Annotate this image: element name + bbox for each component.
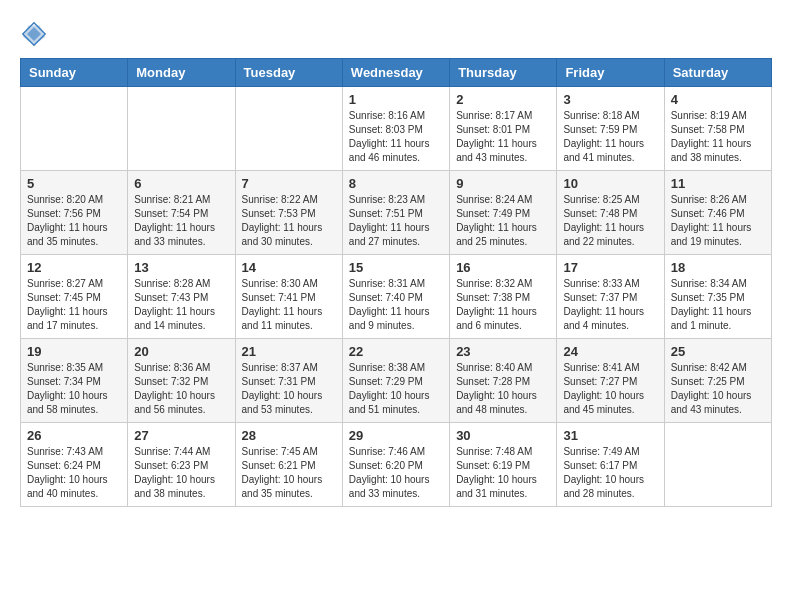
day-of-week-header: Thursday xyxy=(450,59,557,87)
day-number: 9 xyxy=(456,176,550,191)
calendar-body: 1Sunrise: 8:16 AM Sunset: 8:03 PM Daylig… xyxy=(21,87,772,507)
day-number: 3 xyxy=(563,92,657,107)
day-number: 21 xyxy=(242,344,336,359)
day-number: 10 xyxy=(563,176,657,191)
day-number: 2 xyxy=(456,92,550,107)
day-number: 5 xyxy=(27,176,121,191)
day-info: Sunrise: 8:23 AM Sunset: 7:51 PM Dayligh… xyxy=(349,193,443,249)
calendar-table: SundayMondayTuesdayWednesdayThursdayFrid… xyxy=(20,58,772,507)
day-info: Sunrise: 7:49 AM Sunset: 6:17 PM Dayligh… xyxy=(563,445,657,501)
calendar-cell: 5Sunrise: 8:20 AM Sunset: 7:56 PM Daylig… xyxy=(21,171,128,255)
day-number: 11 xyxy=(671,176,765,191)
day-of-week-header: Tuesday xyxy=(235,59,342,87)
calendar-week-row: 5Sunrise: 8:20 AM Sunset: 7:56 PM Daylig… xyxy=(21,171,772,255)
day-info: Sunrise: 8:28 AM Sunset: 7:43 PM Dayligh… xyxy=(134,277,228,333)
day-info: Sunrise: 8:31 AM Sunset: 7:40 PM Dayligh… xyxy=(349,277,443,333)
day-info: Sunrise: 8:38 AM Sunset: 7:29 PM Dayligh… xyxy=(349,361,443,417)
day-info: Sunrise: 8:35 AM Sunset: 7:34 PM Dayligh… xyxy=(27,361,121,417)
day-info: Sunrise: 8:36 AM Sunset: 7:32 PM Dayligh… xyxy=(134,361,228,417)
calendar-cell: 12Sunrise: 8:27 AM Sunset: 7:45 PM Dayli… xyxy=(21,255,128,339)
day-info: Sunrise: 8:18 AM Sunset: 7:59 PM Dayligh… xyxy=(563,109,657,165)
calendar-cell: 18Sunrise: 8:34 AM Sunset: 7:35 PM Dayli… xyxy=(664,255,771,339)
day-number: 24 xyxy=(563,344,657,359)
page-header xyxy=(20,20,772,48)
day-number: 31 xyxy=(563,428,657,443)
calendar-cell: 1Sunrise: 8:16 AM Sunset: 8:03 PM Daylig… xyxy=(342,87,449,171)
calendar-cell: 21Sunrise: 8:37 AM Sunset: 7:31 PM Dayli… xyxy=(235,339,342,423)
day-info: Sunrise: 8:33 AM Sunset: 7:37 PM Dayligh… xyxy=(563,277,657,333)
day-info: Sunrise: 7:44 AM Sunset: 6:23 PM Dayligh… xyxy=(134,445,228,501)
day-info: Sunrise: 7:48 AM Sunset: 6:19 PM Dayligh… xyxy=(456,445,550,501)
calendar-cell xyxy=(128,87,235,171)
calendar-cell xyxy=(235,87,342,171)
day-info: Sunrise: 8:25 AM Sunset: 7:48 PM Dayligh… xyxy=(563,193,657,249)
day-number: 26 xyxy=(27,428,121,443)
calendar-cell xyxy=(664,423,771,507)
calendar-cell: 30Sunrise: 7:48 AM Sunset: 6:19 PM Dayli… xyxy=(450,423,557,507)
day-info: Sunrise: 8:42 AM Sunset: 7:25 PM Dayligh… xyxy=(671,361,765,417)
day-number: 7 xyxy=(242,176,336,191)
day-of-week-header: Friday xyxy=(557,59,664,87)
calendar-week-row: 12Sunrise: 8:27 AM Sunset: 7:45 PM Dayli… xyxy=(21,255,772,339)
calendar-cell: 26Sunrise: 7:43 AM Sunset: 6:24 PM Dayli… xyxy=(21,423,128,507)
day-info: Sunrise: 7:46 AM Sunset: 6:20 PM Dayligh… xyxy=(349,445,443,501)
calendar-cell: 3Sunrise: 8:18 AM Sunset: 7:59 PM Daylig… xyxy=(557,87,664,171)
day-info: Sunrise: 8:27 AM Sunset: 7:45 PM Dayligh… xyxy=(27,277,121,333)
day-info: Sunrise: 7:43 AM Sunset: 6:24 PM Dayligh… xyxy=(27,445,121,501)
day-info: Sunrise: 8:32 AM Sunset: 7:38 PM Dayligh… xyxy=(456,277,550,333)
calendar-cell: 11Sunrise: 8:26 AM Sunset: 7:46 PM Dayli… xyxy=(664,171,771,255)
day-number: 22 xyxy=(349,344,443,359)
calendar-cell: 14Sunrise: 8:30 AM Sunset: 7:41 PM Dayli… xyxy=(235,255,342,339)
calendar-week-row: 19Sunrise: 8:35 AM Sunset: 7:34 PM Dayli… xyxy=(21,339,772,423)
day-number: 1 xyxy=(349,92,443,107)
day-of-week-header: Monday xyxy=(128,59,235,87)
calendar-cell: 23Sunrise: 8:40 AM Sunset: 7:28 PM Dayli… xyxy=(450,339,557,423)
calendar-cell: 25Sunrise: 8:42 AM Sunset: 7:25 PM Dayli… xyxy=(664,339,771,423)
day-info: Sunrise: 8:21 AM Sunset: 7:54 PM Dayligh… xyxy=(134,193,228,249)
logo xyxy=(20,20,52,48)
day-info: Sunrise: 8:30 AM Sunset: 7:41 PM Dayligh… xyxy=(242,277,336,333)
day-number: 25 xyxy=(671,344,765,359)
day-info: Sunrise: 8:34 AM Sunset: 7:35 PM Dayligh… xyxy=(671,277,765,333)
calendar-cell: 27Sunrise: 7:44 AM Sunset: 6:23 PM Dayli… xyxy=(128,423,235,507)
calendar-cell: 28Sunrise: 7:45 AM Sunset: 6:21 PM Dayli… xyxy=(235,423,342,507)
day-info: Sunrise: 8:20 AM Sunset: 7:56 PM Dayligh… xyxy=(27,193,121,249)
calendar-cell: 31Sunrise: 7:49 AM Sunset: 6:17 PM Dayli… xyxy=(557,423,664,507)
day-of-week-header: Saturday xyxy=(664,59,771,87)
day-number: 20 xyxy=(134,344,228,359)
day-info: Sunrise: 8:24 AM Sunset: 7:49 PM Dayligh… xyxy=(456,193,550,249)
day-number: 16 xyxy=(456,260,550,275)
day-info: Sunrise: 8:41 AM Sunset: 7:27 PM Dayligh… xyxy=(563,361,657,417)
day-info: Sunrise: 8:40 AM Sunset: 7:28 PM Dayligh… xyxy=(456,361,550,417)
day-number: 4 xyxy=(671,92,765,107)
day-number: 28 xyxy=(242,428,336,443)
calendar-cell: 9Sunrise: 8:24 AM Sunset: 7:49 PM Daylig… xyxy=(450,171,557,255)
calendar-cell: 7Sunrise: 8:22 AM Sunset: 7:53 PM Daylig… xyxy=(235,171,342,255)
day-info: Sunrise: 8:37 AM Sunset: 7:31 PM Dayligh… xyxy=(242,361,336,417)
day-info: Sunrise: 7:45 AM Sunset: 6:21 PM Dayligh… xyxy=(242,445,336,501)
day-info: Sunrise: 8:26 AM Sunset: 7:46 PM Dayligh… xyxy=(671,193,765,249)
calendar-cell: 6Sunrise: 8:21 AM Sunset: 7:54 PM Daylig… xyxy=(128,171,235,255)
calendar-cell: 17Sunrise: 8:33 AM Sunset: 7:37 PM Dayli… xyxy=(557,255,664,339)
day-number: 12 xyxy=(27,260,121,275)
day-info: Sunrise: 8:16 AM Sunset: 8:03 PM Dayligh… xyxy=(349,109,443,165)
day-number: 13 xyxy=(134,260,228,275)
day-of-week-header: Sunday xyxy=(21,59,128,87)
calendar-week-row: 26Sunrise: 7:43 AM Sunset: 6:24 PM Dayli… xyxy=(21,423,772,507)
calendar-cell: 19Sunrise: 8:35 AM Sunset: 7:34 PM Dayli… xyxy=(21,339,128,423)
day-number: 6 xyxy=(134,176,228,191)
calendar-cell xyxy=(21,87,128,171)
calendar-cell: 20Sunrise: 8:36 AM Sunset: 7:32 PM Dayli… xyxy=(128,339,235,423)
calendar-cell: 13Sunrise: 8:28 AM Sunset: 7:43 PM Dayli… xyxy=(128,255,235,339)
calendar-cell: 10Sunrise: 8:25 AM Sunset: 7:48 PM Dayli… xyxy=(557,171,664,255)
calendar-cell: 15Sunrise: 8:31 AM Sunset: 7:40 PM Dayli… xyxy=(342,255,449,339)
calendar-cell: 16Sunrise: 8:32 AM Sunset: 7:38 PM Dayli… xyxy=(450,255,557,339)
day-number: 15 xyxy=(349,260,443,275)
calendar-cell: 8Sunrise: 8:23 AM Sunset: 7:51 PM Daylig… xyxy=(342,171,449,255)
day-number: 27 xyxy=(134,428,228,443)
day-number: 30 xyxy=(456,428,550,443)
day-number: 29 xyxy=(349,428,443,443)
day-info: Sunrise: 8:22 AM Sunset: 7:53 PM Dayligh… xyxy=(242,193,336,249)
calendar-cell: 29Sunrise: 7:46 AM Sunset: 6:20 PM Dayli… xyxy=(342,423,449,507)
calendar-week-row: 1Sunrise: 8:16 AM Sunset: 8:03 PM Daylig… xyxy=(21,87,772,171)
